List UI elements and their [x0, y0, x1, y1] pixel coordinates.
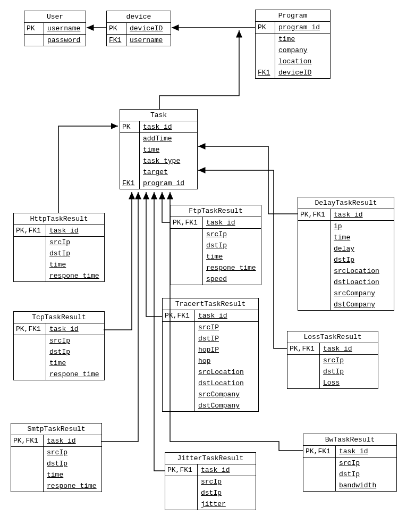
- entity-title: SmtpTaskResult: [11, 423, 101, 435]
- attr: dstIp: [203, 240, 261, 251]
- entity-tracert: TracertTaskResult PK,FK1 task_id srcIP d…: [162, 298, 259, 412]
- key-label: PK: [256, 22, 275, 33]
- entity-user: User PK username password: [24, 11, 86, 46]
- attr: time: [203, 251, 261, 262]
- attr: srcCompany: [195, 389, 258, 400]
- entity-title: Program: [256, 10, 330, 22]
- key-label: PK,FK1: [287, 343, 320, 354]
- attr: company: [275, 45, 330, 56]
- entity-title: HttpTaskResult: [14, 213, 104, 225]
- key-label: PK,FK1: [298, 209, 331, 220]
- attr: dstIp: [331, 254, 394, 265]
- key-label: [14, 237, 46, 248]
- key-label: FK1: [256, 67, 275, 78]
- entity-delay: DelayTaskResult PK,FK1 task_id ip time d…: [298, 197, 394, 311]
- key-label: [120, 155, 140, 167]
- key-label: [256, 45, 275, 56]
- attr: task_type: [140, 155, 197, 167]
- key-label: PK: [24, 23, 44, 34]
- attr: time: [44, 469, 101, 480]
- attr: task_id: [203, 217, 261, 228]
- entity-title: FtpTaskResult: [171, 205, 261, 217]
- key-label: [120, 167, 140, 178]
- entity-smtp: SmtpTaskResult PK,FK1 task_id srcIp dstI…: [11, 423, 102, 492]
- attr: dstIp: [336, 469, 396, 480]
- attr: dstLoaction: [331, 277, 394, 288]
- entity-device: device PK deviceID FK1 username: [106, 11, 171, 46]
- attr: dstIP: [195, 333, 258, 344]
- key-label: PK,FK1: [163, 310, 195, 321]
- attr: username: [44, 23, 86, 34]
- key-label: PK: [120, 121, 140, 132]
- attr: task_id: [44, 435, 101, 446]
- entity-title: LossTaskResult: [287, 331, 378, 343]
- attr: srcIp: [203, 229, 261, 240]
- entity-ftp: FtpTaskResult PK,FK1 task_id srcIp dstIp…: [170, 205, 261, 285]
- attr: task_id: [46, 323, 104, 335]
- entity-title: Task: [120, 110, 197, 121]
- key-label: PK,FK1: [14, 323, 46, 335]
- key-label: PK,FK1: [11, 435, 44, 446]
- attr: dstIp: [46, 248, 104, 259]
- attr: srcLocation: [195, 367, 258, 378]
- key-label: PK,FK1: [14, 225, 46, 236]
- attr: ip: [331, 221, 394, 232]
- attr: program_id: [275, 22, 330, 33]
- key-label: [256, 56, 275, 67]
- attr: task_id: [320, 343, 378, 354]
- attr: srcIp: [46, 237, 104, 248]
- attr: speed: [203, 273, 261, 285]
- attr: deviceID: [275, 67, 330, 78]
- key-label: FK1: [120, 178, 140, 189]
- key-label: FK1: [107, 35, 126, 46]
- attr: hopIP: [195, 344, 258, 355]
- attr: dstIp: [46, 346, 104, 358]
- attr: srcIp: [336, 458, 396, 469]
- key-label: [256, 34, 275, 45]
- entity-title: JitterTaskResult: [165, 453, 256, 464]
- attr: hop: [195, 355, 258, 367]
- entity-http: HttpTaskResult PK,FK1 task_id srcIp dstI…: [13, 213, 105, 282]
- attr: task_id: [195, 310, 258, 321]
- attr: bandwidth: [336, 480, 396, 491]
- entity-tcp: TcpTaskResult PK,FK1 task_id srcIp dstIp…: [13, 311, 105, 380]
- entity-bw: BwTaskResult PK,FK1 task_id srcIp dstIp …: [303, 434, 397, 492]
- attr: program_id: [140, 178, 197, 189]
- entity-title: BwTaskResult: [303, 434, 396, 446]
- attr: respone_time: [46, 270, 104, 281]
- attr: srcCompany: [331, 288, 394, 299]
- attr: dstCompany: [195, 400, 258, 411]
- attr: dstCompany: [331, 299, 394, 310]
- key-label: [120, 144, 140, 155]
- entity-loss: LossTaskResult PK,FK1 task_id srcIp dstI…: [287, 331, 378, 389]
- attr: srcLocation: [331, 265, 394, 277]
- attr: location: [275, 56, 330, 67]
- attr: dstIp: [198, 487, 256, 498]
- attr: srcIp: [46, 335, 104, 346]
- key-label: [120, 133, 140, 144]
- attr: dstLocation: [195, 378, 258, 389]
- attr: respone_time: [44, 480, 101, 492]
- attr: deviceID: [126, 23, 171, 34]
- attr: srcIp: [198, 476, 256, 487]
- entity-title: DelayTaskResult: [298, 197, 394, 209]
- attr: task_id: [331, 209, 394, 220]
- entity-title: TracertTaskResult: [163, 298, 258, 310]
- attr: srcIP: [195, 322, 258, 333]
- attr: dstIp: [44, 458, 101, 469]
- entity-title: device: [107, 11, 171, 23]
- attr: srcIp: [44, 447, 101, 458]
- attr: time: [275, 34, 330, 45]
- attr: task_id: [46, 225, 104, 236]
- attr: task_id: [198, 464, 256, 476]
- key-label: PK,FK1: [171, 217, 203, 228]
- key-label: PK: [107, 23, 126, 34]
- attr: dstIp: [320, 366, 378, 377]
- attr: username: [126, 35, 171, 46]
- entity-title: TcpTaskResult: [14, 312, 104, 323]
- attr: jitter: [198, 498, 256, 510]
- attr: respone_time: [46, 369, 104, 380]
- attr: respone_time: [203, 262, 261, 273]
- key-label: PK,FK1: [165, 464, 198, 476]
- attr: time: [46, 259, 104, 270]
